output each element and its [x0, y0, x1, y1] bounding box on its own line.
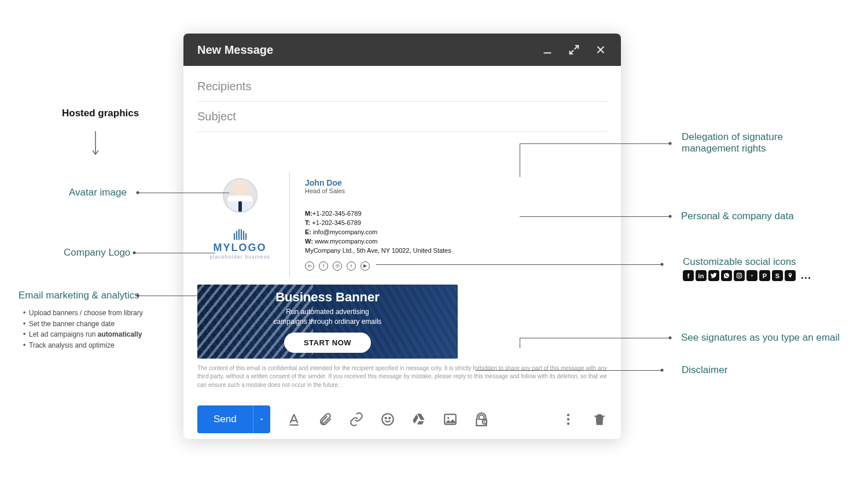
recipients-input[interactable] [197, 72, 607, 102]
annotation-hosted-graphics: Hosted graphics [62, 108, 139, 119]
strip-facebook-icon: f [683, 270, 694, 281]
banner-title: Business Banner [275, 290, 380, 305]
annotation-marketing-bullets: Upload banners / choose from library Set… [23, 308, 143, 351]
annotation-avatar-image: Avatar image [69, 187, 127, 198]
arrow-down-icon [90, 130, 101, 157]
minimize-icon[interactable] [541, 43, 554, 56]
bullet-2: Set the banner change date [23, 319, 143, 330]
bullet-1: Upload banners / choose from library [23, 308, 143, 319]
svg-point-16 [741, 274, 741, 275]
signature-mobile: M:+1-202-345-6789 [305, 209, 601, 219]
compose-toolbar: Send [183, 400, 621, 439]
strip-pinterest-icon: P [759, 270, 770, 281]
strip-map-icon [785, 270, 796, 281]
close-icon[interactable] [594, 43, 607, 56]
disclaimer-text: The content of this email is confidentia… [197, 364, 607, 390]
strip-twitter-icon [708, 270, 719, 281]
strip-more-icon: ... [801, 270, 811, 282]
business-banner: Business Banner Run automated advertisin… [197, 285, 458, 359]
signature-right-column: John Doe Head of Sales M:+1-202-345-6789… [290, 172, 607, 276]
social-facebook-icon[interactable]: f [319, 261, 328, 271]
more-options-icon[interactable] [561, 412, 576, 427]
signature-email: E: info@mycompany.com [305, 228, 601, 237]
compose-fields [183, 66, 621, 132]
confidential-mode-icon[interactable] [474, 412, 489, 427]
banner-subtitle: Run automated advertising campaigns thro… [274, 307, 382, 327]
strip-instagram-icon [734, 270, 745, 281]
send-options-button[interactable] [253, 405, 270, 433]
svg-point-10 [567, 414, 569, 416]
bullet-4: Track analysis and optimize [23, 340, 143, 351]
logo-text: MYLOGO [209, 242, 270, 254]
subject-input[interactable] [197, 102, 607, 132]
social-youtube-icon[interactable]: ▶ [361, 261, 370, 271]
signature-block: MYLOGO placeholder business John Doe Hea… [197, 172, 607, 276]
strip-skype-icon: S [772, 270, 783, 281]
social-twitter-icon[interactable]: t [347, 261, 356, 271]
signature-name: John Doe [305, 178, 601, 187]
trash-icon[interactable] [592, 412, 607, 427]
send-button-group: Send [197, 405, 270, 433]
compose-window: New Message MYLOGO placeholder business [183, 34, 621, 439]
svg-point-5 [385, 418, 386, 419]
svg-point-8 [447, 417, 449, 419]
svg-point-11 [567, 418, 569, 420]
send-button[interactable]: Send [197, 405, 253, 433]
strip-linkedin-icon: in [696, 270, 707, 281]
drive-icon[interactable] [411, 412, 426, 427]
image-icon[interactable] [443, 412, 458, 427]
social-icon-strip: f in P S ... [683, 270, 811, 282]
social-linkedin-icon[interactable]: in [305, 261, 314, 271]
annotation-company-logo: Company Logo [64, 247, 130, 259]
attachment-icon[interactable] [318, 412, 333, 427]
banner-cta-button[interactable]: START NOW [284, 333, 371, 353]
annotation-email-marketing: Email marketing & analytics [19, 290, 139, 301]
logo-tagline: placeholder business [209, 254, 270, 260]
annotation-custom-social: Customizable social icons [683, 256, 796, 268]
fullscreen-icon[interactable] [568, 43, 580, 56]
signature-job-title: Head of Sales [305, 187, 601, 194]
signature-tel: T: +1-202-345-6789 [305, 219, 601, 228]
svg-point-4 [382, 414, 393, 425]
svg-rect-14 [737, 273, 741, 278]
annotation-see-signatures: See signatures as you type an email [681, 332, 840, 344]
strip-youtube-icon [746, 270, 757, 281]
link-icon[interactable] [349, 412, 364, 427]
compose-titlebar: New Message [183, 34, 621, 66]
svg-point-6 [389, 418, 390, 419]
bullet-3: Let ad campaigns run automatically [23, 329, 143, 340]
svg-point-12 [567, 423, 569, 425]
signature-address: MyCompany Ltd., 5th Ave, NY 10022, Unite… [305, 246, 601, 256]
text-format-icon[interactable] [286, 412, 301, 427]
signature-left-column: MYLOGO placeholder business [197, 172, 290, 276]
annotation-disclaimer: Disclaimer [682, 364, 727, 376]
logo-mark-icon [233, 228, 248, 241]
social-instagram-icon[interactable]: ◎ [333, 261, 342, 271]
strip-whatsapp-icon [721, 270, 732, 281]
annotation-personal-data: Personal & company data [681, 211, 794, 222]
compose-title: New Message [197, 43, 273, 57]
svg-point-15 [738, 275, 741, 277]
signature-social-row: in f ◎ t ▶ [305, 261, 601, 271]
annotation-delegation: Delegation of signature management right… [682, 131, 783, 154]
avatar-image [223, 178, 258, 213]
company-logo: MYLOGO placeholder business [209, 228, 270, 260]
signature-web: W: www.mycompany.com [305, 237, 601, 246]
emoji-icon[interactable] [380, 412, 395, 427]
